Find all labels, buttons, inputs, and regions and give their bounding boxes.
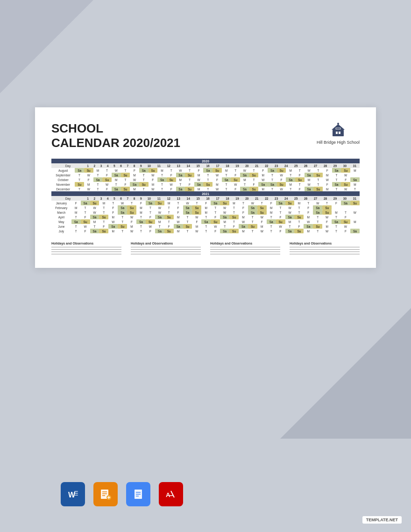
table-row: FebruaryMTWTFSaSuMTWTFSaSuMTWTFSaSuMTWTF… (51, 205, 360, 210)
table-row: OctoberTFSaSuMTWTFSaSuMTWTFSaSuMTWTFSaSu… (51, 177, 360, 182)
title-line1: SCHOOL (51, 121, 180, 136)
col-header-row-2020: Day 1 2 3 4 5 6 7 8 9 10 11 12 13 14 15 … (51, 163, 360, 168)
holidays-title: Holidays and Observations (51, 242, 121, 245)
holidays-line (210, 249, 280, 250)
col-header-row-2021: Day1234567891011121314151617181920212223… (51, 196, 360, 201)
table-row: MarchMTWTFSaSuMTWTFSaSuMTWTFSaSuMTWTFSaS… (51, 210, 360, 215)
holidays-line (51, 247, 121, 247)
school-logo-icon (330, 121, 347, 138)
holidays-line (131, 252, 201, 252)
holidays-line (290, 254, 360, 254)
holidays-line (290, 252, 360, 252)
doc-header: SCHOOL CALENDAR 2020/2021 Hill Bridge Hi… (51, 121, 360, 150)
calendar-table: 2020 Day 1 2 3 4 5 6 7 8 9 10 11 12 13 1… (51, 159, 360, 168)
holidays-title: Holidays and Observations (131, 242, 201, 245)
holidays-line (51, 252, 121, 252)
holidays-line (131, 247, 201, 247)
holidays-column: Holidays and Observations (131, 242, 201, 256)
month-table-cal-2021: JanuaryFSaSuMTWTFSaSuMTWTFSaSuMTWTFSaSuM… (51, 201, 360, 233)
holidays-column: Holidays and Observations (51, 242, 121, 256)
holidays-line (210, 252, 280, 252)
school-name: Hill Bridge High School (317, 140, 360, 146)
table-row: JanuaryFSaSuMTWTFSaSuMTWTFSaSuMTWTFSaSuM… (51, 201, 360, 205)
table-row: AugustSaSuMTWTFSaSuMTWTFSaSuMTWTFSaSuMTW… (51, 168, 360, 173)
month-table-cal-2020: AugustSaSuMTWTFSaSuMTWTFSaSuMTWTFSaSuMTW… (51, 168, 360, 191)
svg-rect-8 (74, 491, 78, 492)
holidays-column: Holidays and Observations (290, 242, 360, 256)
holidays-line (51, 254, 121, 254)
docs-icon[interactable] (126, 482, 150, 506)
doc-title: SCHOOL CALENDAR 2020/2021 (51, 121, 180, 150)
table-row: AprilTFSaSuMTWTFSaSuMTWTFSaSuMTWTFSaSuMT… (51, 215, 360, 219)
holidays-line (210, 247, 280, 247)
calendar-2021-header: 2021Day123456789101112131415161718192021… (51, 191, 360, 201)
svg-rect-2 (336, 132, 338, 134)
calendar-2021: JanuaryFSaSuMTWTFSaSuMTWTFSaSuMTWTFSaSuM… (51, 201, 360, 233)
title-line2: CALENDAR 2020/2021 (51, 136, 180, 150)
table-row: JuneTWTFSaSuMTWTFSaSuMTWTFSaSuMTWTFSaSuM… (51, 224, 360, 229)
table-row: SeptemberTWTFSaSuMTWTFSaSuMTWTFSaSuMTWTF… (51, 173, 360, 177)
holidays-column: Holidays and Observations (210, 242, 280, 256)
template-badge: TEMPLATE.NET (362, 516, 402, 524)
svg-rect-3 (339, 132, 340, 134)
calendar-2020: AugustSaSuMTWTFSaSuMTWTFSaSuMTWTFSaSuMTW… (51, 168, 360, 191)
table-row: MaySaSuMTWTFSaSuMTWTFSaSuMTWTFSaSuMTWTFS… (51, 219, 360, 224)
svg-rect-9 (74, 493, 78, 494)
holidays-line (290, 249, 360, 250)
svg-text:A: A (166, 491, 170, 498)
svg-rect-0 (333, 130, 344, 136)
holidays-section: Holidays and ObservationsHolidays and Ob… (51, 242, 360, 256)
document-card: SCHOOL CALENDAR 2020/2021 Hill Bridge Hi… (35, 107, 376, 268)
holidays-title: Holidays and Observations (210, 242, 280, 245)
holidays-line (290, 247, 360, 247)
svg-point-5 (337, 123, 339, 125)
holidays-line (131, 249, 201, 250)
pages-icon[interactable] (93, 482, 118, 506)
year-2020-header: 2020 (51, 159, 360, 163)
word-icon[interactable]: W (61, 482, 85, 506)
school-info: Hill Bridge High School (317, 121, 360, 146)
svg-marker-1 (332, 124, 345, 130)
holidays-line (210, 254, 280, 254)
holidays-title: Holidays and Observations (290, 242, 360, 245)
app-icons-bar: W A (61, 482, 183, 506)
table-row: NovemberSuMTWTFSaSuMTWTFSaSuMTWTFSaSaSuM… (51, 182, 360, 187)
holidays-line (131, 254, 201, 254)
table-row: DecemberTWTFSaSuMTWTFSaSuMTWTFSaSuMTWTFS… (51, 187, 360, 191)
holidays-line (51, 249, 121, 250)
pdf-icon[interactable]: A (159, 482, 183, 506)
svg-rect-10 (74, 495, 78, 496)
table-row: JulyTFSaSuMTWTFSaSuMTWTFSaSuMTWTFSaSuMTW… (51, 229, 360, 233)
